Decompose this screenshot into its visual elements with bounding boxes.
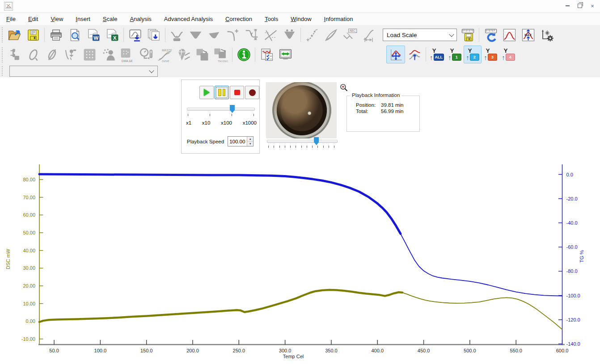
- peak-area-icon: [189, 28, 203, 42]
- play-button[interactable]: [199, 86, 214, 99]
- export-excel-icon: X: [106, 28, 119, 42]
- y-glyph: Y: [450, 48, 454, 54]
- minimize-button[interactable]: [562, 2, 573, 10]
- x-axis-title: Temp Cel: [283, 354, 304, 359]
- right-tick-label: -60.0: [566, 244, 578, 250]
- display-switch-button[interactable]: [276, 46, 295, 64]
- info-button[interactable]: [234, 46, 253, 64]
- menu-window[interactable]: Window: [284, 14, 317, 24]
- toolbar-gripper[interactable]: [2, 47, 3, 63]
- menu-scale[interactable]: Scale: [97, 14, 124, 24]
- playback-speed-spinner: ▲ ▼: [228, 136, 254, 146]
- up-arrow-icon: ↑: [466, 54, 469, 61]
- export-word-button[interactable]: W: [84, 26, 103, 44]
- menu-information[interactable]: Information: [318, 14, 359, 24]
- restore-icon: [578, 4, 582, 8]
- y-axis-badge: ALL: [434, 54, 444, 61]
- undo-scale-button[interactable]: [481, 26, 500, 44]
- peak-top-icon: [283, 28, 296, 42]
- speed-slider-ticks: [188, 114, 254, 116]
- playback-speed-input[interactable]: [228, 137, 247, 146]
- stop-button[interactable]: [230, 86, 244, 99]
- playback-panel: x1x10x100x1000 Playback Speed ▲ ▼: [181, 79, 260, 154]
- chart-area[interactable]: 50.0100.0150.0200.0250.0300.0350.0400.04…: [0, 157, 600, 364]
- scale-combobox-value: Load Scale: [387, 32, 450, 38]
- left-tick-label: 50.00: [23, 230, 35, 235]
- x-tick-label: 250.0: [233, 348, 245, 353]
- close-icon: ×: [591, 3, 594, 9]
- scale-combobox[interactable]: Load Scale: [383, 29, 457, 41]
- pan-mode-button[interactable]: [386, 46, 405, 63]
- up-arrow-icon: ↑: [430, 54, 433, 61]
- save-icon: [26, 28, 40, 42]
- speed-slider-thumb[interactable]: [230, 105, 235, 113]
- y-axis-3-button[interactable]: Y↑3: [482, 46, 499, 63]
- toolbar-gripper[interactable]: [2, 66, 3, 76]
- export-excel-button[interactable]: X: [103, 26, 122, 44]
- svg-text:X: X: [113, 34, 116, 40]
- measurement-list-button[interactable]: [257, 46, 276, 64]
- menu-correction[interactable]: Correction: [219, 14, 258, 24]
- photo-position-slider[interactable]: [267, 140, 338, 143]
- left-tick-label: 0.00: [26, 318, 35, 324]
- load-curves-icon: [147, 28, 161, 42]
- scale-settings-button[interactable]: [537, 26, 556, 44]
- x-tick-label: 600.0: [556, 348, 569, 353]
- load-curves-button[interactable]: [144, 26, 163, 44]
- x-tick-label: 500.0: [464, 348, 476, 353]
- y-range-button[interactable]: [405, 46, 424, 63]
- gauge-thermo-icon: [139, 48, 153, 62]
- print-button[interactable]: [46, 26, 65, 44]
- record-button[interactable]: [245, 86, 259, 99]
- x-tick-label: 50.0: [49, 348, 59, 353]
- menu-analysis[interactable]: Analysis: [123, 14, 157, 24]
- label-abc-icon: ABC_: [342, 27, 357, 42]
- intersection-icon: [264, 28, 278, 42]
- menu-tools[interactable]: Tools: [258, 14, 284, 24]
- close-button[interactable]: ×: [587, 2, 598, 10]
- menu-bar: FileEditViewInsertScaleAnalysisAdvanced …: [0, 13, 600, 25]
- y-axis-all-button[interactable]: Y↑ALL: [428, 46, 446, 63]
- auto-sampler-icon: [8, 48, 21, 62]
- menu-edit[interactable]: Edit: [22, 14, 44, 24]
- y-axis-4-button[interactable]: Y↑4: [499, 46, 517, 63]
- menu-insert[interactable]: Insert: [69, 14, 97, 24]
- speed-tick-label: x1000: [243, 120, 257, 126]
- save-button[interactable]: [24, 26, 42, 44]
- minimize-icon: [566, 5, 570, 6]
- pause-button[interactable]: [215, 86, 229, 99]
- curve-combobox[interactable]: [9, 66, 158, 77]
- auto-sampler-button: [5, 46, 24, 64]
- y-axis-toolbar: Y↑ALLY↑1Y↑2Y↑3Y↑4: [386, 46, 517, 63]
- y-axis-badge: 3: [488, 54, 497, 61]
- print-preview-button[interactable]: [65, 26, 84, 44]
- max-scale-button[interactable]: MAX: [519, 26, 537, 44]
- menu-view[interactable]: View: [44, 14, 69, 24]
- svg-text:ABC_: ABC_: [349, 29, 357, 33]
- dma-de-button: DMA ΔE: [118, 46, 136, 64]
- x-tick-label: 150.0: [140, 348, 153, 353]
- smoothing-button: [321, 26, 340, 44]
- save-scale-button[interactable]: [458, 26, 477, 44]
- menu-file[interactable]: File: [0, 14, 22, 24]
- open-file-button[interactable]: [5, 26, 24, 44]
- partial-area-button: [205, 26, 224, 44]
- load-curve-button[interactable]: [126, 26, 144, 44]
- dots-matrix-button: [80, 46, 99, 64]
- photo-zoom-button[interactable]: [339, 83, 348, 92]
- spin-up-button[interactable]: ▲: [247, 137, 253, 142]
- photo-slider-thumb[interactable]: [314, 137, 319, 145]
- toolbar-gripper[interactable]: [2, 27, 3, 42]
- auto-scale-button[interactable]: [500, 26, 519, 44]
- restore-button[interactable]: [574, 2, 586, 10]
- spin-down-button[interactable]: ▼: [247, 142, 253, 146]
- y-axis-2-button[interactable]: Y↑2: [464, 46, 482, 63]
- right-tick-label: -120.0: [566, 317, 580, 322]
- right-tick-label: 0.0: [566, 172, 573, 177]
- spin-buttons: ▲ ▼: [247, 137, 253, 146]
- speed-slider[interactable]: [187, 108, 255, 111]
- menu-advanced-analysis[interactable]: Advanced Analysis: [158, 14, 219, 24]
- right-tick-label: -20.0: [566, 196, 578, 201]
- app-icon[interactable]: [4, 2, 13, 11]
- y-axis-1-button[interactable]: Y↑1: [446, 46, 464, 63]
